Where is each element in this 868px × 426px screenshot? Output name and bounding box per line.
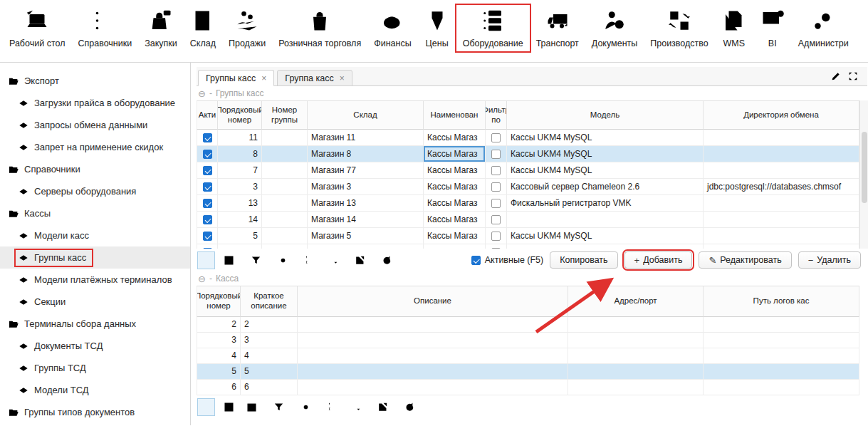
refresh-icon[interactable] <box>402 399 418 415</box>
kassa-row[interactable]: 2 2 <box>197 317 859 333</box>
cell-name[interactable]: Кассы Магаз <box>424 195 486 212</box>
vertical-scrollbar[interactable] <box>859 100 868 249</box>
active-checkbox[interactable] <box>203 215 212 224</box>
cash-group-row[interactable]: 7 Магазин 77 Кассы Магаз Кассы UKM4 MySQ… <box>197 162 859 179</box>
cell-name[interactable]: Кассы Магаз <box>424 179 486 195</box>
cell-model[interactable]: Фискальный регистратор VMK <box>507 195 704 212</box>
sidebar-item[interactable]: Загрузки прайса в оборудование <box>0 92 190 114</box>
cell-name[interactable]: Кассы Магаз <box>424 228 486 244</box>
active-checkbox[interactable] <box>203 199 212 208</box>
collapse-icon[interactable]: ⊖ <box>198 89 206 98</box>
cell-exchange-dir[interactable] <box>704 212 859 228</box>
filter-checkbox[interactable] <box>491 232 501 241</box>
col-active[interactable]: Акти <box>197 101 218 130</box>
nav-item[interactable]: Закупки <box>138 5 184 51</box>
cell-group-number[interactable] <box>262 212 308 228</box>
cell-exchange-dir[interactable] <box>704 228 859 244</box>
kassa-row[interactable]: 4 4 <box>197 348 859 364</box>
cell-exchange-dir[interactable] <box>704 195 859 212</box>
col-order[interactable]: Порядковый номер <box>197 286 241 317</box>
cell-warehouse[interactable]: Магазин 14 <box>308 212 424 228</box>
cell-warehouse[interactable]: Магазин 8 <box>308 146 424 162</box>
cash-group-row[interactable]: 5 Магазин 5 Кассы Магаз Кассы UKM4 MySQL <box>197 228 859 244</box>
tab-close-icon[interactable]: × <box>261 73 266 83</box>
calendar-icon[interactable] <box>244 399 260 415</box>
cell-model[interactable]: Кассовый сервер Chameleon 2.6 <box>507 179 704 195</box>
cell-model[interactable]: Кассы UKM4 MySQL <box>507 228 704 244</box>
cell-log-path[interactable] <box>704 348 859 364</box>
nav-item[interactable]: WMS <box>715 5 753 51</box>
checkbox-box[interactable] <box>471 256 481 265</box>
kassa-row[interactable]: 3 3 <box>197 333 859 348</box>
add-button[interactable]: + Добавить <box>624 251 693 269</box>
cell-group-number[interactable] <box>262 162 308 179</box>
tab[interactable]: Группа касс × <box>277 70 352 86</box>
col-warehouse[interactable]: Склад <box>308 101 424 130</box>
nav-item[interactable]: Склад <box>184 5 222 51</box>
sidebar-item[interactable]: Виды справочников ТСД <box>0 423 190 425</box>
cell-short-desc[interactable]: 5 <box>241 364 298 380</box>
nav-item[interactable]: Оборудование <box>456 5 530 51</box>
sidebar-item[interactable]: Серверы оборудования <box>0 180 190 202</box>
cell-exchange-dir[interactable]: jdbc:postgresql://databases.chmsof <box>704 179 859 195</box>
edit-icon[interactable] <box>830 71 842 82</box>
sidebar-item[interactable]: Терминалы сбора данных <box>0 313 190 335</box>
cell-warehouse[interactable]: Магазин 13 <box>308 195 424 212</box>
filter-icon[interactable] <box>271 399 287 415</box>
sidebar-item[interactable]: Модели касс <box>0 224 190 246</box>
cell-order[interactable]: 2 <box>197 317 241 333</box>
cell-model[interactable] <box>507 244 704 249</box>
kassa-row[interactable]: 6 6 <box>197 380 859 395</box>
sort-icon[interactable] <box>325 252 341 269</box>
filter-checkbox[interactable] <box>491 150 501 159</box>
col-short-desc[interactable]: Краткое описание <box>241 286 298 317</box>
sort-icon[interactable] <box>347 399 364 415</box>
cell-exchange-dir[interactable] <box>704 130 859 146</box>
active-checkbox[interactable] <box>203 133 212 142</box>
export-icon[interactable] <box>375 399 391 415</box>
cell-model[interactable] <box>507 212 704 228</box>
cell-group-number[interactable] <box>262 179 308 195</box>
cash-group-row[interactable]: 11 Магазин 11 Кассы Магаз Кассы UKM4 MyS… <box>197 130 859 146</box>
cell-warehouse[interactable]: Магазин 11 <box>308 130 424 146</box>
nav-item[interactable]: Рабочий стол <box>3 5 71 51</box>
expand-icon[interactable] <box>847 71 859 82</box>
cash-group-row[interactable]: 3 Магазин 3 Кассы Магаз Кассовый сервер … <box>197 179 859 195</box>
sidebar-item[interactable]: Экспорт <box>0 70 190 92</box>
sidebar-item[interactable]: Запросы обмена данными <box>0 114 190 136</box>
cell-log-path[interactable] <box>704 317 859 333</box>
filter-checkbox[interactable] <box>491 199 501 208</box>
sidebar-item[interactable]: Справочники <box>0 158 190 180</box>
col-address[interactable]: Адрес/порт <box>568 286 704 317</box>
tab[interactable]: Группы касс × <box>198 70 274 86</box>
col-exchange-dir[interactable]: Директория обмена <box>704 101 859 130</box>
cell-exchange-dir[interactable] <box>704 244 859 249</box>
scrollbar-thumb[interactable] <box>862 132 867 203</box>
filter-checkbox[interactable] <box>491 248 501 249</box>
cell-address[interactable] <box>568 348 704 364</box>
cell-address[interactable] <box>568 317 704 333</box>
cell-order[interactable]: 4 <box>197 348 241 364</box>
nav-item[interactable]: Документы <box>585 5 644 51</box>
cell-group-number[interactable] <box>262 195 308 212</box>
cell-order[interactable]: 7 <box>218 162 262 179</box>
sidebar-item[interactable]: Кассы <box>0 202 190 224</box>
cell-desc[interactable] <box>298 364 568 380</box>
sidebar-item[interactable]: Запрет на применение скидок <box>0 136 190 158</box>
sidebar-item[interactable]: Группы типов документов <box>0 401 190 423</box>
cell-group-number[interactable] <box>262 130 308 146</box>
active-checkbox[interactable] <box>203 166 212 175</box>
col-model[interactable]: Модель <box>507 101 704 130</box>
cell-desc[interactable] <box>298 333 568 348</box>
cell-order[interactable]: 11 <box>218 130 262 146</box>
cell-name[interactable]: Кассы Магаз <box>424 130 486 146</box>
cell-warehouse[interactable]: Магазин 5 <box>308 228 424 244</box>
cell-group-number[interactable] <box>262 228 308 244</box>
cell-warehouse[interactable]: Магазин 3 <box>308 179 424 195</box>
cell-order[interactable]: 13 <box>218 195 262 212</box>
refresh-icon[interactable] <box>379 252 395 269</box>
sidebar-item[interactable]: Секции <box>0 291 190 313</box>
sidebar-item[interactable]: Группы касс <box>0 246 190 269</box>
cell-log-path[interactable] <box>704 364 859 380</box>
col-filter[interactable]: Фильтр по <box>486 101 507 130</box>
